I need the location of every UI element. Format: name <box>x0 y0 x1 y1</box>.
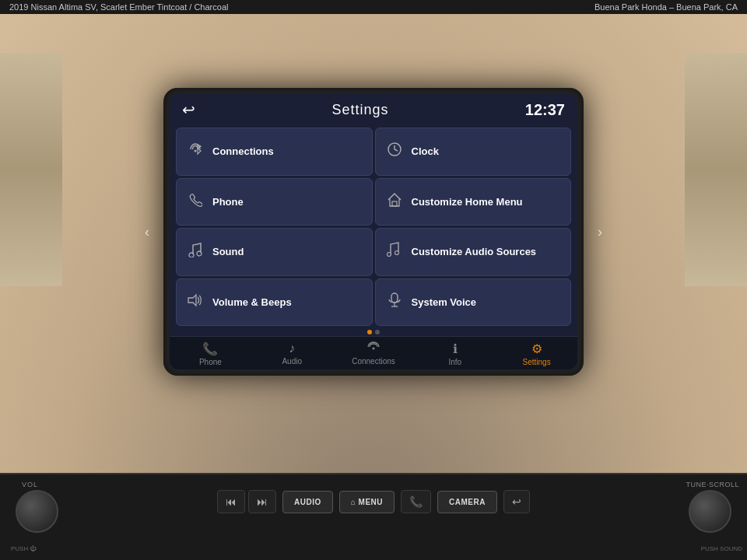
audio-button[interactable]: AUDIO <box>282 491 333 513</box>
volume-knob[interactable] <box>16 490 58 533</box>
nav-settings[interactable]: ⚙ Settings <box>496 341 577 366</box>
svg-rect-4 <box>392 201 397 206</box>
customize-audio-label: Customize Audio Sources <box>412 246 537 257</box>
scroll-right-arrow[interactable]: › <box>598 224 602 240</box>
home-small-icon: ⌂ <box>351 498 356 506</box>
infotainment-screen-container: ‹ › ↩ Settings 12:37 <box>163 88 584 376</box>
sound-label: Sound <box>212 246 244 257</box>
physical-controls-area: VOL TUNE·SCROLL PUSH ⏻ PUSH SOUND ⏮ ⏭ AU… <box>0 473 747 558</box>
nav-info[interactable]: ℹ Info <box>414 341 496 366</box>
dot-1 <box>367 330 372 334</box>
top-bar-left: 2019 Nissan Altima SV, Scarlet Ember Tin… <box>9 2 228 12</box>
center-buttons-row: ⏮ ⏭ AUDIO ⌂ MENU 📞 CAMERA ↩ <box>0 474 747 513</box>
top-bar-right: Buena Park Honda – Buena Park, CA <box>594 2 738 12</box>
nav-audio[interactable]: ♪ Audio <box>251 341 333 366</box>
svg-point-5 <box>189 253 194 257</box>
menu-button[interactable]: ⌂ MENU <box>339 491 395 513</box>
settings-sound-button[interactable]: Sound <box>176 228 373 276</box>
settings-clock-button[interactable]: Clock <box>375 128 572 176</box>
svg-point-13 <box>372 348 374 350</box>
clock-icon <box>385 142 404 161</box>
back-hard-button[interactable]: ↩ <box>503 490 530 513</box>
settings-connections-button[interactable]: Connections <box>176 128 373 176</box>
screen-clock: 12:37 <box>525 101 565 119</box>
right-panel <box>685 53 747 286</box>
svg-point-0 <box>195 150 197 152</box>
svg-rect-10 <box>391 293 398 303</box>
music-note-icon <box>186 242 205 261</box>
prev-track-button[interactable]: ⏮ <box>217 490 245 513</box>
microphone-icon <box>385 292 404 312</box>
settings-customize-home-button[interactable]: Customize Home Menu <box>375 178 572 226</box>
infotainment-screen: ↩ Settings 12:37 <box>170 94 577 369</box>
screen-bottom-nav: 📞 Phone ♪ Audio Connections <box>170 336 577 369</box>
settings-grid: Connections Clock <box>170 125 577 328</box>
nav-info-icon: ℹ <box>453 341 458 356</box>
volume-icon <box>186 293 205 311</box>
skip-buttons-group: ⏮ ⏭ <box>217 490 276 513</box>
dot-2 <box>375 330 380 334</box>
back-button[interactable]: ↩ <box>182 100 195 119</box>
customize-home-label: Customize Home Menu <box>412 196 523 208</box>
settings-system-voice-button[interactable]: System Voice <box>375 278 572 327</box>
nav-audio-label: Audio <box>282 357 302 366</box>
next-track-button[interactable]: ⏭ <box>248 490 276 513</box>
push-vol-label: PUSH ⏻ <box>11 545 36 552</box>
call-button[interactable]: 📞 <box>401 490 431 513</box>
volume-beeps-label: Volume & Beeps <box>212 296 292 308</box>
nav-phone-icon: 📞 <box>202 341 218 356</box>
nav-phone-label: Phone <box>199 358 222 366</box>
svg-point-6 <box>197 251 202 256</box>
vol-label: VOL <box>22 481 38 488</box>
camera-button[interactable]: CAMERA <box>437 491 497 513</box>
nav-settings-label: Settings <box>523 358 551 366</box>
home-icon <box>385 192 404 212</box>
nav-audio-icon: ♪ <box>289 341 295 355</box>
page-dots <box>170 328 577 336</box>
phone-icon <box>186 193 205 211</box>
top-bar: 2019 Nissan Altima SV, Scarlet Ember Tin… <box>0 0 747 14</box>
nav-connections-icon <box>367 341 380 355</box>
nav-phone[interactable]: 📞 Phone <box>170 341 251 366</box>
car-area: ‹ › ↩ Settings 12:37 <box>0 14 747 473</box>
screen-header: ↩ Settings 12:37 <box>170 94 577 125</box>
tune-scroll-label: TUNE·SCROLL <box>686 481 739 488</box>
nav-connections-label: Connections <box>352 357 395 366</box>
nav-settings-icon: ⚙ <box>531 341 542 356</box>
music-settings-icon <box>385 242 404 261</box>
nav-connections[interactable]: Connections <box>333 341 415 366</box>
connections-label: Connections <box>212 145 274 157</box>
system-voice-label: System Voice <box>412 296 477 308</box>
clock-label: Clock <box>412 145 439 157</box>
scroll-left-arrow[interactable]: ‹ <box>145 224 149 240</box>
screen-title: Settings <box>331 102 388 118</box>
phone-label: Phone <box>212 196 244 208</box>
svg-line-3 <box>395 149 398 151</box>
svg-point-7 <box>387 253 391 257</box>
push-sound-label: PUSH SOUND <box>701 545 742 552</box>
bluetooth-wifi-icon <box>186 142 205 160</box>
svg-point-8 <box>395 251 398 255</box>
tune-scroll-knob[interactable] <box>689 490 731 533</box>
settings-customize-audio-button[interactable]: Customize Audio Sources <box>375 228 572 276</box>
settings-phone-button[interactable]: Phone <box>176 178 373 226</box>
settings-volume-beeps-button[interactable]: Volume & Beeps <box>176 278 373 327</box>
left-panel <box>0 53 62 286</box>
nav-info-label: Info <box>448 358 461 366</box>
svg-marker-9 <box>188 295 196 306</box>
